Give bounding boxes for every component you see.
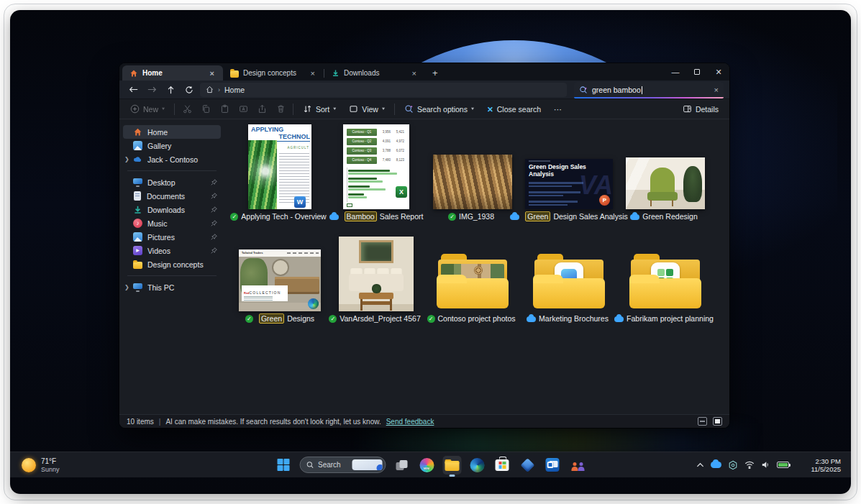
search-box[interactable]: green bamboo × [574, 82, 724, 97]
sync-status-icon [630, 214, 639, 220]
file-bamboo-sales-report[interactable]: Contoso - Q13,9565,421 Contoso - Q24,091… [328, 120, 424, 224]
file-thumbnail[interactable] [626, 157, 705, 209]
close-search-button[interactable]: ✕ Close search [483, 103, 545, 116]
widgets-button[interactable]: MINI [417, 456, 436, 475]
file-green-design-sales-analysis[interactable]: VA Green Design Sales Analysis P Green D… [521, 120, 617, 224]
file-thumbnail[interactable] [433, 155, 512, 209]
search-input[interactable]: green bamboo [592, 86, 710, 94]
sidebar-item-documents[interactable]: Documents [123, 189, 221, 203]
expand-chevron-icon[interactable]: ❯ [124, 284, 129, 290]
store-button[interactable] [493, 456, 511, 475]
task-view-button[interactable] [392, 456, 411, 475]
onedrive-tray-icon[interactable] [711, 462, 721, 468]
weather-widget[interactable]: 71°FSunny [22, 457, 60, 473]
tab-close-icon[interactable]: × [409, 69, 419, 78]
delete-button[interactable] [274, 103, 287, 116]
up-button[interactable] [163, 83, 178, 97]
large-icons-view-toggle[interactable] [713, 417, 722, 426]
paste-button[interactable] [218, 103, 231, 116]
tab-design-concepts[interactable]: Design concepts × [223, 65, 324, 81]
share-button[interactable] [255, 103, 268, 116]
sidebar-item-home[interactable]: Home [123, 125, 221, 139]
details-button[interactable]: Details [679, 102, 722, 116]
sidebar-item-music[interactable]: ♪ Music [123, 216, 221, 230]
details-view-toggle[interactable] [698, 417, 707, 426]
folder-fabrikam-project-planning[interactable]: Fabrikam project planning [617, 229, 714, 326]
rename-button[interactable] [237, 103, 250, 116]
file-green-redesign[interactable]: Green Redesign [617, 120, 714, 224]
file-thumbnail[interactable] [339, 237, 414, 311]
breadcrumb[interactable]: › Home [200, 83, 567, 97]
hidden-icons-chevron[interactable] [696, 462, 704, 468]
copy-button[interactable] [199, 103, 212, 116]
wifi-icon[interactable] [744, 461, 755, 469]
tab-home[interactable]: Home × [122, 65, 223, 81]
new-tab-button[interactable]: + [425, 68, 445, 81]
file-explorer-button[interactable] [442, 456, 461, 475]
file-name[interactable]: Contoso project photos [427, 311, 519, 326]
tab-close-icon[interactable]: × [308, 69, 318, 78]
file-name[interactable]: Green Design Sales Analysis [510, 209, 628, 224]
cut-button[interactable] [181, 103, 193, 116]
explorer-body: Home Gallery ❯ Jack - Contoso Desktop [119, 120, 729, 414]
taskbar-search[interactable]: Search [299, 457, 386, 473]
sidebar-item-this-pc[interactable]: ❯ This PC [123, 280, 221, 294]
chevron-down-icon: ▾ [471, 106, 474, 111]
file-name[interactable]: Marketing Brochures [527, 311, 611, 326]
file-name[interactable]: Bamboo Sales Report [329, 209, 424, 224]
file-vanarsdel-project[interactable]: VanArsdel_Project 4567 [328, 229, 424, 326]
sidebar-item-pictures[interactable]: Pictures [123, 230, 221, 244]
send-feedback-link[interactable]: Send feedback [386, 418, 434, 426]
sidebar-item-videos[interactable]: ▶ Videos [123, 244, 221, 257]
clear-search-icon[interactable]: × [714, 86, 719, 94]
minimize-button[interactable]: — [665, 63, 686, 81]
view-button[interactable]: View▾ [345, 102, 388, 116]
forward-button[interactable] [144, 83, 160, 97]
file-name[interactable]: Fabrikam project planning [614, 311, 716, 326]
search-options-button[interactable]: Search options▾ [401, 102, 478, 116]
maximize-button[interactable] [686, 63, 708, 81]
folder-contoso-project-photos[interactable]: Contoso project photos [424, 229, 521, 326]
file-img-1938[interactable]: IMG_1938 [424, 120, 521, 224]
refresh-button[interactable] [181, 83, 197, 97]
sidebar-item-gallery[interactable]: Gallery [123, 139, 221, 152]
file-name[interactable]: Applying Tech - Overview [230, 209, 329, 224]
expand-chevron-icon[interactable]: ❯ [124, 156, 129, 162]
file-name[interactable]: VanArsdel_Project 4567 [329, 311, 423, 326]
battery-icon[interactable] [777, 462, 789, 468]
tab-downloads[interactable]: Downloads × [324, 65, 425, 81]
file-thumbnail[interactable]: VA Green Design Sales Analysis P [525, 159, 613, 209]
file-name[interactable]: Green Designs [245, 311, 314, 326]
file-name[interactable]: IMG_1938 [448, 209, 497, 224]
new-button[interactable]: New▾ [127, 102, 168, 116]
sort-button[interactable]: Sort▾ [299, 102, 340, 116]
sidebar-item-onedrive[interactable]: ❯ Jack - Contoso [123, 152, 221, 166]
dev-app-button[interactable] [518, 456, 537, 475]
folder-thumbnail[interactable] [629, 252, 701, 311]
clock[interactable]: 2:30 PM 11/5/2025 [811, 457, 841, 473]
folder-thumbnail[interactable] [437, 252, 509, 311]
folder-marketing-brochures[interactable]: Marketing Brochures [521, 229, 617, 326]
file-applying-tech[interactable]: APPLYINGTECHNOL AGRICULT W Applying Tech… [232, 120, 328, 224]
file-thumbnail[interactable]: APPLYINGTECHNOL AGRICULT W [248, 124, 311, 209]
sync-status-icon [329, 214, 339, 220]
folder-thumbnail[interactable] [533, 252, 605, 311]
sidebar-item-downloads[interactable]: Downloads [123, 203, 221, 216]
tab-close-icon[interactable]: × [207, 69, 217, 78]
edge-button[interactable] [468, 456, 486, 475]
sidebar-item-desktop[interactable]: Desktop [123, 175, 221, 189]
back-button[interactable] [125, 83, 141, 97]
people-app-button[interactable] [568, 456, 587, 475]
volume-icon[interactable] [761, 461, 770, 469]
more-options-button[interactable]: ⋯ [550, 103, 565, 116]
close-button[interactable]: ✕ [708, 63, 729, 81]
file-thumbnail[interactable]: Contoso - Q13,9565,421 Contoso - Q24,091… [343, 124, 409, 209]
breadcrumb-location[interactable]: Home [224, 86, 245, 94]
file-green-designs[interactable]: Tailwind Traders RedCOLLECTION Green Des… [232, 229, 328, 326]
file-thumbnail[interactable]: Tailwind Traders RedCOLLECTION [239, 249, 321, 311]
sidebar-item-design-concepts[interactable]: Design concepts [123, 257, 221, 271]
file-name[interactable]: Green Redesign [630, 209, 700, 224]
hexagon-tray-icon[interactable] [728, 460, 738, 470]
start-button[interactable] [274, 456, 293, 475]
outlook-button[interactable] [543, 456, 562, 475]
